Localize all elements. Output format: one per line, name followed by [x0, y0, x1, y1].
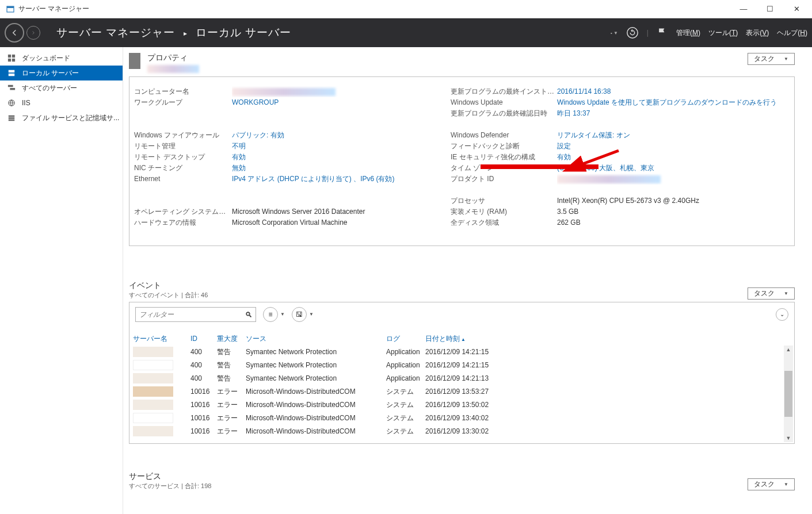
view-options-button[interactable]: ≡	[263, 307, 278, 322]
table-row[interactable]: 10016エラーMicrosoft-Windows-DistributedCOM…	[129, 425, 794, 438]
maximize-button[interactable]: ☐	[757, 1, 783, 17]
content-scroll[interactable]: プロパティ タスク コンピューター名ワークグループWindows ファイアウォー…	[123, 47, 812, 514]
cell-severity: エラー	[217, 387, 246, 397]
events-panel: 🔍︎ ≡▼ 🖫︎▼ ⌄ サーバー名 ID 重大度 ソース ログ 日付と時刻▲ 4…	[129, 302, 795, 444]
close-button[interactable]: ✕	[783, 1, 810, 17]
svg-rect-9	[8, 85, 13, 87]
events-task-button[interactable]: タスク	[748, 287, 795, 300]
col-log[interactable]: ログ	[386, 334, 425, 344]
property-label: Ethernet	[134, 174, 232, 185]
menu-manage[interactable]: 管理(M)	[676, 28, 700, 38]
flag-icon[interactable]	[657, 27, 668, 39]
events-scrollbar[interactable]: ▲ ▼	[784, 346, 793, 442]
property-value[interactable]: 無効	[232, 163, 451, 174]
cell-date: 2016/12/09 14:21:13	[425, 374, 794, 382]
redacted-server-cell	[133, 413, 173, 423]
services-task-button[interactable]: タスク	[748, 478, 795, 490]
filter-input[interactable]	[135, 307, 256, 322]
property-value[interactable]: 設定	[557, 141, 790, 152]
property-label: IE セキュリティ強化の構成	[451, 152, 557, 163]
cell-id: 10016	[190, 414, 217, 422]
property-value: Microsoft Corporation Virtual Machine	[232, 217, 451, 228]
properties-panel: コンピューター名ワークグループWindows ファイアウォールリモート管理リモー…	[129, 76, 795, 246]
menu-tools[interactable]: ツール(T)	[708, 28, 738, 38]
view-options-dd[interactable]: ▼	[280, 312, 285, 317]
cell-source: Symantec Network Protection	[246, 374, 386, 382]
property-value[interactable]	[232, 86, 451, 97]
property-label: NIC チーミング	[134, 163, 232, 174]
cell-severity: 警告	[217, 374, 246, 383]
sidebar-item-file-services[interactable]: ファイル サービスと記憶域サ...	[0, 110, 123, 125]
redacted-server-cell	[133, 347, 173, 357]
table-row[interactable]: 400警告Symantec Network ProtectionApplicat…	[129, 346, 794, 359]
col-id[interactable]: ID	[190, 335, 217, 343]
property-value[interactable]	[557, 174, 790, 185]
sidebar-item-iis[interactable]: IIS	[0, 95, 123, 110]
refresh-icon[interactable]	[626, 26, 639, 39]
breadcrumb-root[interactable]: サーバー マネージャー	[56, 26, 175, 39]
iis-icon	[7, 98, 16, 108]
property-label: オペレーティング システムのバージョン	[134, 206, 232, 217]
property-value[interactable]: 有効	[232, 152, 451, 163]
sidebar-item-all-servers[interactable]: すべてのサーバー	[0, 80, 123, 95]
scroll-down-icon[interactable]: ▼	[786, 435, 791, 441]
table-row[interactable]: 10016エラーMicrosoft-Windows-DistributedCOM…	[129, 412, 794, 425]
svg-rect-14	[9, 120, 15, 121]
table-row[interactable]: 400警告Symantec Network ProtectionApplicat…	[129, 359, 794, 372]
cell-log: システム	[386, 400, 425, 410]
menu-view[interactable]: 表示(V)	[746, 28, 769, 38]
properties-task-button[interactable]: タスク	[748, 53, 795, 65]
svg-rect-10	[10, 88, 15, 90]
nav-back-button[interactable]	[5, 23, 24, 43]
servers-icon	[7, 83, 16, 93]
events-subtitle: すべてのイベント | 合計: 46	[129, 291, 208, 300]
cell-date: 2016/12/09 13:30:02	[425, 427, 794, 435]
cell-log: システム	[386, 427, 425, 436]
breadcrumb-leaf[interactable]: ローカル サーバー	[196, 26, 291, 39]
cell-log: Application	[386, 361, 425, 369]
menu-help[interactable]: ヘルプ(H)	[777, 28, 807, 38]
property-label: リモート デスクトップ	[134, 152, 232, 163]
property-label: Windows ファイアウォール	[134, 130, 232, 141]
sidebar-item-dashboard[interactable]: ダッシュボード	[0, 51, 123, 66]
scroll-up-icon[interactable]: ▲	[786, 347, 791, 352]
sidebar-item-label: IIS	[22, 99, 31, 107]
sidebar-item-local-server[interactable]: ローカル サーバー	[0, 66, 123, 80]
property-value[interactable]: パブリック: 有効	[232, 130, 451, 141]
property-value[interactable]: 不明	[232, 141, 451, 152]
property-value[interactable]: 2016/11/14 16:38	[557, 86, 790, 97]
dashboard-icon	[7, 53, 16, 63]
minimize-button[interactable]: —	[730, 1, 757, 17]
property-value[interactable]: Windows Update を使用して更新プログラムのダウンロードのみを行う	[557, 97, 790, 108]
cell-date: 2016/12/09 14:21:15	[425, 361, 794, 369]
property-value[interactable]: リアルタイム保護: オン	[557, 130, 790, 141]
table-row[interactable]: 10016エラーMicrosoft-Windows-DistributedCOM…	[129, 385, 794, 398]
property-value[interactable]: 昨日 13:37	[557, 108, 790, 119]
scroll-thumb[interactable]	[784, 371, 792, 417]
cell-id: 10016	[190, 388, 217, 396]
cell-log: システム	[386, 387, 425, 397]
svg-rect-7	[9, 70, 15, 72]
property-value[interactable]: (UTC+09:00) 大阪、札幌、東京	[557, 163, 790, 174]
property-value[interactable]: WORKGROUP	[232, 97, 451, 108]
save-dd[interactable]: ▼	[309, 312, 314, 317]
app-icon	[6, 5, 15, 14]
col-date[interactable]: 日付と時刻▲	[425, 334, 794, 344]
col-src[interactable]: ソース	[246, 334, 386, 344]
col-sev[interactable]: 重大度	[217, 334, 246, 344]
table-row[interactable]: 400警告Symantec Network ProtectionApplicat…	[129, 372, 794, 385]
svg-rect-12	[9, 116, 15, 117]
expand-button[interactable]: ⌄	[776, 308, 788, 321]
search-icon[interactable]: 🔍︎	[245, 310, 253, 319]
properties-title: プロパティ	[147, 53, 199, 63]
svg-rect-1	[7, 6, 14, 8]
property-value[interactable]: 有効	[557, 152, 790, 163]
property-value[interactable]: IPv4 アドレス (DHCP により割り当て) 、IPv6 (有効)	[232, 174, 451, 185]
redacted-server-cell	[133, 386, 173, 397]
table-row[interactable]: 10016エラーMicrosoft-Windows-DistributedCOM…	[129, 398, 794, 412]
col-server[interactable]: サーバー名	[133, 334, 190, 344]
property-value: Microsoft Windows Server 2016 Datacenter	[232, 206, 451, 217]
property-label: 全ディスク領域	[451, 217, 557, 228]
save-button[interactable]: 🖫︎	[292, 307, 307, 322]
nav-forward-button[interactable]	[26, 26, 40, 40]
